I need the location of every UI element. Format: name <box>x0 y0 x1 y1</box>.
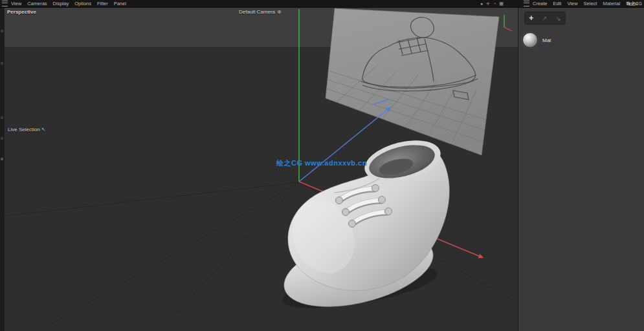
add-material-button[interactable]: + <box>529 14 533 22</box>
nav-next-icon[interactable]: ↘ <box>555 15 561 22</box>
menu-options[interactable]: Options <box>74 1 91 6</box>
menu-edit[interactable]: Edit <box>553 1 562 6</box>
axis-x-arrow[interactable] <box>478 254 484 258</box>
menu-cameras[interactable]: Cameras <box>27 1 47 6</box>
viewport-canvas[interactable]: Perspective Default Camera⊕ Live Selecti… <box>5 8 518 331</box>
top-menubar: View Cameras Display Options Filter Pane… <box>0 0 644 8</box>
move-arrows-icon[interactable]: ✛ <box>486 1 490 6</box>
camera-icon: ⊕ <box>277 9 282 15</box>
material-name[interactable]: Mat <box>542 37 551 43</box>
active-tool-label: Live Selection↖ <box>8 127 46 133</box>
left-strip-icon[interactable] <box>1 158 3 160</box>
menu-panel[interactable]: Panel <box>114 1 126 6</box>
menu-create[interactable]: Create <box>533 1 548 6</box>
left-strip-icon[interactable] <box>1 30 3 32</box>
layout-grid-icon[interactable]: ▦ <box>499 1 504 6</box>
clock-icon[interactable]: ◔ <box>493 1 496 6</box>
material-manager-menubar: Create Edit View Select Material Textu <box>522 0 643 7</box>
reference-plane[interactable] <box>326 8 512 155</box>
selection-cursor-icon: ↖ <box>41 127 46 133</box>
left-edge-toolbar <box>0 8 5 331</box>
tool-label-text: Live Selection <box>8 127 40 133</box>
view-mode-label[interactable]: Perspective <box>7 9 36 15</box>
camera-label-text: Default Camera <box>239 9 275 15</box>
material-menu-icon[interactable] <box>524 1 529 6</box>
material-thumbnail[interactable] <box>522 32 538 48</box>
camera-label[interactable]: Default Camera⊕ <box>239 9 282 15</box>
material-toolbar: + ↗ ↘ <box>524 12 566 25</box>
menu-rp-view[interactable]: View <box>567 1 577 6</box>
left-strip-icon[interactable] <box>1 137 3 140</box>
nav-prev-icon[interactable]: ↗ <box>542 15 547 22</box>
scene-svg <box>5 8 518 331</box>
sphere-icon[interactable]: ● <box>480 1 483 6</box>
menu-view[interactable]: View <box>11 1 21 6</box>
left-strip-icon[interactable] <box>1 62 3 65</box>
corner-watermark: 绘之CG <box>627 1 643 7</box>
menu-filter[interactable]: Filter <box>97 1 108 6</box>
menu-select[interactable]: Select <box>584 1 597 6</box>
main-menu-icon[interactable] <box>2 1 8 6</box>
menu-material[interactable]: Material <box>603 1 620 6</box>
viewport-toolbar-icons: ● ✛ ◔ ▦ <box>480 0 504 7</box>
material-list-item[interactable]: Mat <box>522 32 551 48</box>
menu-display[interactable]: Display <box>53 1 69 6</box>
material-manager-panel: + ↗ ↘ Mat <box>518 8 644 331</box>
app-window: View Cameras Display Options Filter Pane… <box>0 0 644 331</box>
left-strip-icon[interactable] <box>1 116 3 119</box>
center-watermark: 绘之CG www.adnxxvb.cn <box>276 158 367 168</box>
